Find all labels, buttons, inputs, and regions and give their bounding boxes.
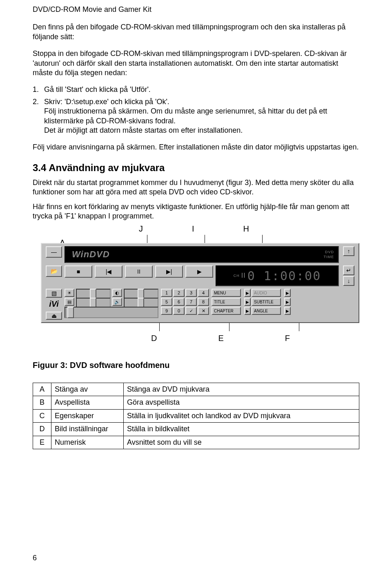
- sun-icon: ☀: [67, 290, 71, 296]
- callout-D: D: [151, 333, 157, 343]
- title-button[interactable]: TITLE: [212, 298, 241, 306]
- brand-label: WinDVD: [72, 249, 110, 261]
- arrow-down-icon: ↓: [347, 277, 350, 285]
- step-text: Gå till 'Start' och klicka på 'Utför'.: [44, 85, 359, 94]
- cell-desc: Ställa in ljudkvalitet och landkod av DV…: [124, 409, 359, 422]
- section-3-4-p1: Direkt när du startat programmet kommer …: [33, 178, 359, 197]
- prev-icon: |◀: [106, 268, 112, 275]
- key-9[interactable]: 9: [161, 307, 172, 315]
- dvd-menus: MENU ▶ AUDIO ▶ TITLE ▶ SUBTITLE ▶ CHAPTE…: [212, 289, 291, 315]
- folder-open-icon: 📂: [51, 267, 58, 275]
- time-display: CH II 0 1:00:00: [216, 265, 339, 286]
- section-3-4-p2: Här finns en kort förklaring av menyts v…: [33, 202, 359, 221]
- step-number: 2.: [33, 97, 44, 136]
- stop-icon: ■: [77, 268, 80, 275]
- key-cancel[interactable]: ✕: [198, 307, 209, 315]
- ivi-logo: iVi: [46, 299, 62, 309]
- mode-label: DVD: [324, 250, 334, 255]
- time-label: TIME: [324, 255, 334, 260]
- key-7[interactable]: 7: [185, 298, 197, 306]
- audio-button[interactable]: AUDIO: [252, 289, 281, 297]
- page-number: 6: [33, 553, 37, 563]
- callout-I: I: [192, 223, 194, 234]
- table-row: B Avspellista Göra avspellista: [33, 396, 359, 409]
- progress-slider[interactable]: [65, 307, 158, 318]
- chapter-next[interactable]: ▶: [244, 307, 251, 315]
- key-1[interactable]: 1: [161, 289, 172, 297]
- open-button[interactable]: 📂: [46, 265, 62, 277]
- key-8[interactable]: 8: [198, 298, 209, 306]
- callout-labels-bottom: D E F: [151, 333, 359, 343]
- title-next[interactable]: ▶: [244, 298, 251, 306]
- next-button[interactable]: ▶|: [155, 265, 183, 278]
- key-4[interactable]: 4: [198, 289, 209, 297]
- enter-icon: ↵: [346, 267, 351, 274]
- subtitle-button[interactable]: SUBTITLE: [252, 298, 281, 306]
- audio-next[interactable]: ▶: [284, 289, 291, 297]
- install-steps: 1. Gå till 'Start' och klicka på 'Utför'…: [33, 85, 359, 135]
- brightness-button[interactable]: ☀: [65, 289, 74, 297]
- angle-button[interactable]: ANGLE: [252, 307, 281, 315]
- close-button[interactable]: —: [46, 246, 62, 258]
- key-6[interactable]: 6: [173, 298, 185, 306]
- contrast-icon: ◐: [115, 290, 119, 296]
- menu-button[interactable]: MENU: [212, 289, 241, 297]
- key-2[interactable]: 2: [173, 289, 185, 297]
- table-row: E Numerisk Avsnittet som du vill se: [33, 436, 359, 449]
- next-icon: ▶|: [166, 268, 172, 275]
- cell-desc: Avsnittet som du vill se: [124, 436, 359, 449]
- arrow-down-button[interactable]: ↓: [343, 276, 354, 286]
- key-5[interactable]: 5: [161, 298, 172, 306]
- properties-button[interactable]: ▧: [46, 289, 62, 298]
- color-icon: ▤: [67, 299, 71, 305]
- menu-next[interactable]: ▶: [244, 289, 251, 297]
- reference-table: A Stänga av Stänga av DVD mjukvara B Avs…: [33, 383, 359, 449]
- figure-3: A B C G J I H — WinDVD DVD TIME ↑ 📂 ■: [33, 223, 359, 343]
- arrow-up-icon: ↑: [347, 247, 350, 255]
- play-button[interactable]: ▶: [185, 265, 213, 278]
- cell-key: B: [33, 396, 51, 409]
- intro-paragraph-2: Stoppa in den bifogade CD-ROM-skivan med…: [33, 49, 359, 78]
- cell-name: Stänga av: [51, 383, 124, 396]
- cell-name: Avspellista: [51, 396, 124, 409]
- contrast-button[interactable]: ◐: [112, 289, 122, 297]
- cell-desc: Göra avspellista: [124, 396, 359, 409]
- callout-labels-top: J I H: [139, 223, 359, 234]
- arrow-up-button[interactable]: ↑: [343, 246, 354, 256]
- cell-name: Egenskaper: [51, 409, 124, 422]
- eject-button[interactable]: ⏏: [46, 312, 62, 320]
- cell-key: E: [33, 436, 51, 449]
- cell-key: A: [33, 383, 51, 396]
- cell-key: D: [33, 423, 51, 436]
- figure-3-caption: Figuur 3: DVD software hoofdmenu: [33, 360, 359, 370]
- list-item: 2. Skriv: 'D:\setup.exe' och klicka på '…: [33, 97, 359, 136]
- cell-key: C: [33, 409, 51, 422]
- player-display: WinDVD DVD TIME: [65, 246, 339, 263]
- state-icon: II: [241, 272, 246, 280]
- props-icon: ▧: [51, 290, 57, 297]
- prev-button[interactable]: |◀: [95, 265, 122, 278]
- intro-paragraph-1: Den finns på den bifogade CD-ROM-skivan …: [33, 22, 359, 42]
- cell-name: Bild inställningar: [51, 423, 124, 436]
- key-ok[interactable]: ✓: [185, 307, 197, 315]
- step-number: 1.: [33, 85, 44, 94]
- angle-next[interactable]: ▶: [284, 307, 291, 315]
- color-button[interactable]: ▤: [65, 298, 74, 306]
- callout-J: J: [139, 223, 143, 234]
- list-item: 1. Gå till 'Start' och klicka på 'Utför'…: [33, 85, 359, 94]
- table-row: A Stänga av Stänga av DVD mjukvara: [33, 383, 359, 396]
- callout-H: H: [243, 223, 249, 234]
- callout-E: E: [218, 333, 223, 343]
- subtitle-next[interactable]: ▶: [284, 298, 291, 306]
- enter-button[interactable]: ↵: [343, 265, 354, 275]
- stop-button[interactable]: ■: [65, 265, 92, 278]
- cell-desc: Ställa in bildkvalitet: [124, 423, 359, 436]
- key-3[interactable]: 3: [185, 289, 197, 297]
- pause-button[interactable]: II: [125, 265, 153, 278]
- dash-icon: —: [51, 248, 57, 256]
- key-0[interactable]: 0: [173, 307, 185, 315]
- chapter-button[interactable]: CHAPTER: [212, 307, 241, 315]
- section-3-4-heading: 3.4 Användning av mjukvara: [33, 161, 359, 174]
- cell-desc: Stänga av DVD mjukvara: [124, 383, 359, 396]
- volume-button[interactable]: 🔊: [112, 298, 122, 306]
